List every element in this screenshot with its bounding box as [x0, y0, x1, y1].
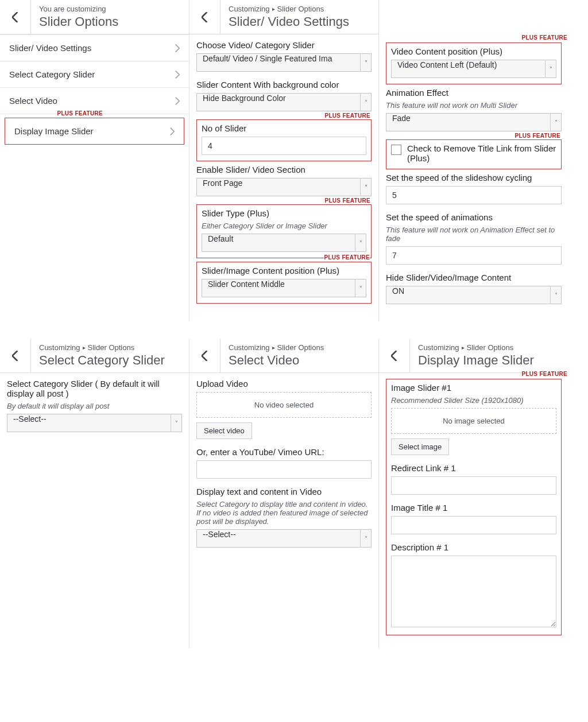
chevron-left-icon	[12, 351, 19, 361]
chevron-left-icon	[12, 12, 19, 22]
field-desc: By default it will display all post	[7, 402, 182, 410]
breadcrumb: Customizing▸Slider Options	[229, 5, 370, 13]
field-label: Set the speed of the slideshow cycling	[386, 173, 562, 183]
breadcrumb: Customizing▸Slider Options	[229, 343, 370, 352]
plus-box-image-slider: Image Slider #1 Recommended Slider Size …	[386, 379, 562, 635]
chevron-left-icon	[202, 351, 208, 361]
select-choose-slider[interactable]: Default/ Video / Single Featured Ima ˅	[196, 53, 372, 72]
panel-slider-video-settings: Customizing▸Slider Options Slider/ Video…	[189, 0, 379, 321]
back-button[interactable]	[189, 0, 220, 34]
field-label: Enable Slider/ Video Section	[196, 165, 372, 174]
panel-title: Slider/ Video Settings	[229, 14, 370, 29]
plus-box-remove-title-link: Check to Remove Title Link from Slider (…	[386, 139, 562, 169]
input-video-url[interactable]	[196, 460, 372, 479]
field-label: Slider Type (Plus)	[202, 208, 366, 218]
input-redirect-link[interactable]	[391, 476, 556, 495]
menu-label: Select Video	[9, 96, 57, 106]
menu-select-category-slider[interactable]: Select Category Slider	[0, 61, 189, 88]
select-enable-section[interactable]: Front Page ˅	[196, 178, 372, 196]
field-label: Hide Slider/Video/Image Content	[386, 273, 562, 282]
field-label: Choose Video/ Category Slider	[196, 40, 372, 50]
select-animation-effect[interactable]: Fade ˅	[386, 113, 562, 131]
menu-label: Slider/ Video Settings	[9, 43, 91, 53]
select-video-position[interactable]: Video Content Left (Default) ˅	[391, 60, 556, 78]
breadcrumb: Customizing▸Slider Options	[418, 343, 560, 352]
breadcrumb: You are customizing	[39, 5, 181, 13]
empty-video-placeholder: No video selected	[196, 392, 372, 418]
panel-title: Slider Options	[39, 14, 181, 29]
panel-select-category-slider: Customizing▸Slider Options Select Catego…	[0, 339, 189, 648]
field-label: Display text and content in Video	[196, 487, 372, 496]
textarea-description[interactable]	[391, 556, 556, 627]
plus-box-no-of-slider: No of Slider	[196, 119, 372, 161]
plus-feature-tag: PLUS FEATURE	[521, 34, 567, 41]
plus-feature-tag: PLUS FEATURE	[514, 133, 560, 139]
field-label: Animation Effect	[386, 88, 562, 98]
field-desc: This feature will not work on Animation …	[386, 226, 562, 243]
plus-box-content-position: Slider/Image Content position (Plus) Sli…	[196, 262, 372, 304]
menu-list: Slider/ Video Settings Select Category S…	[0, 34, 189, 145]
select-video-button[interactable]: Select video	[196, 422, 252, 439]
panel-slider-options: You are customizing Slider Options Slide…	[0, 0, 189, 321]
chevron-right-icon	[175, 97, 180, 105]
field-desc: Select Category to display title and con…	[196, 500, 372, 526]
chevron-right-icon	[170, 127, 175, 135]
plus-box-slider-type: Slider Type (Plus) Either Category Slide…	[196, 204, 372, 258]
field-label: Slider Content With background color	[196, 80, 372, 90]
panel-header: Customizing▸Slider Options Select Catego…	[0, 339, 189, 373]
field-label: No of Slider	[202, 123, 366, 133]
panel-header: Customizing▸Slider Options Select Video	[189, 339, 378, 373]
back-button[interactable]	[189, 339, 220, 372]
panel-title: Select Video	[229, 353, 370, 368]
select-slider-type[interactable]: Default ˅	[202, 234, 366, 252]
plus-feature-tag: PLUS FEATURE	[324, 197, 370, 204]
select-hide-content[interactable]: ON ˅	[386, 286, 562, 304]
select-image-button[interactable]: Select image	[391, 438, 449, 455]
back-button[interactable]	[379, 339, 410, 372]
field-label: Select Category Slider ( By default it w…	[7, 379, 182, 398]
field-label: Slider/Image Content position (Plus)	[202, 266, 366, 275]
menu-display-image-slider[interactable]: Display Image Slider	[5, 118, 184, 144]
select-video-category[interactable]: --Select-- ˅	[196, 529, 372, 548]
select-bg-color[interactable]: Hide Background Color ˅	[196, 93, 372, 111]
field-label: Redirect Link # 1	[391, 463, 556, 473]
field-label: Description # 1	[391, 542, 556, 552]
field-label: Image Slider #1	[391, 383, 556, 393]
field-label: Upload Video	[196, 379, 372, 389]
plus-feature-tag: PLUS FEATURE	[521, 371, 567, 377]
input-slideshow-speed[interactable]	[386, 186, 562, 204]
back-button[interactable]	[0, 0, 31, 34]
menu-label: Display Image Slider	[14, 126, 94, 136]
input-image-title[interactable]	[391, 516, 556, 534]
chevron-left-icon	[391, 351, 398, 361]
chevron-left-icon	[202, 12, 208, 22]
field-desc: Either Category Slider or Image Slider	[202, 222, 366, 230]
field-desc: This feature will not work on Multi Slid…	[386, 101, 562, 110]
chevron-right-icon	[175, 44, 180, 52]
menu-slider-video-settings[interactable]: Slider/ Video Settings	[0, 34, 189, 61]
field-label: Set the speed of animations	[386, 212, 562, 222]
panel-title: Display Image Slider	[418, 353, 560, 368]
plus-feature-tag: PLUS FEATURE	[57, 110, 103, 117]
checkbox-label: Check to Remove Title Link from Slider (…	[407, 143, 556, 163]
panel-header: You are customizing Slider Options	[0, 0, 189, 34]
checkbox-remove-title-link[interactable]	[391, 145, 401, 155]
empty-image-placeholder: No image selected	[391, 408, 556, 434]
select-content-position[interactable]: Slider Content Middle ˅	[202, 279, 366, 297]
menu-label: Select Category Slider	[9, 69, 95, 79]
field-label: Or, enter a YouTube/ Vimeo URL:	[196, 447, 372, 457]
panel-display-image-slider: Customizing▸Slider Options Display Image…	[379, 339, 568, 648]
input-animation-speed[interactable]	[386, 246, 562, 265]
plus-feature-tag: PLUS FEATURE	[324, 254, 370, 261]
input-no-of-slider[interactable]	[202, 137, 366, 155]
panel-title: Select Category Slider	[39, 353, 181, 368]
field-label: Video Content position (Plus)	[391, 46, 556, 56]
panel-header: Customizing▸Slider Options Slider/ Video…	[189, 0, 378, 34]
plus-feature-tag: PLUS FEATURE	[324, 112, 370, 119]
chevron-right-icon	[175, 71, 180, 79]
back-button[interactable]	[0, 339, 31, 372]
panel-header: Customizing▸Slider Options Display Image…	[379, 339, 568, 373]
field-desc: Recommended Slider Size (1920x1080)	[391, 396, 556, 405]
field-label: Image Title # 1	[391, 503, 556, 513]
select-category-slider[interactable]: --Select-- ˅	[7, 414, 182, 432]
